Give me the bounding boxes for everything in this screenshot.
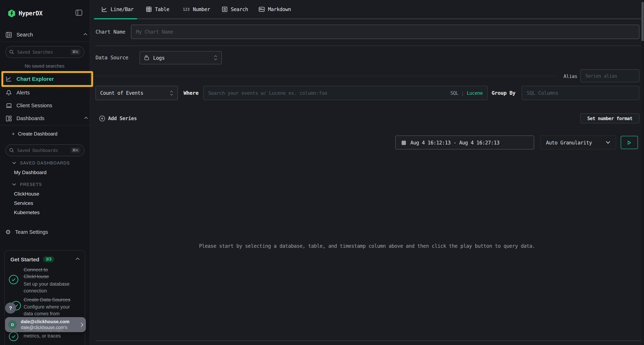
sidebar-search-label: Search bbox=[16, 32, 33, 37]
hyperdx-logo-icon bbox=[8, 9, 16, 17]
divider bbox=[0, 41, 90, 42]
search-icon bbox=[9, 50, 14, 54]
select-chevrons-icon bbox=[170, 90, 173, 96]
sql-toggle[interactable]: SQL bbox=[450, 90, 458, 96]
aggregation-value: Count of Events bbox=[100, 90, 143, 96]
user-menu[interactable]: D dale@clickhouse.com dale@clickhouse.co… bbox=[5, 317, 86, 332]
client-sessions-label: Client Sessions bbox=[16, 103, 52, 108]
sidebar-section-search[interactable]: Search bbox=[6, 31, 33, 38]
bell-icon bbox=[6, 89, 12, 96]
alias-input[interactable] bbox=[580, 69, 639, 82]
where-label: Where bbox=[184, 90, 198, 96]
get-started-title: Get Started bbox=[10, 256, 39, 262]
add-series-button[interactable]: Add Series bbox=[99, 115, 137, 122]
calendar-icon bbox=[402, 140, 406, 145]
collapse-sidebar-icon[interactable] bbox=[76, 10, 82, 16]
sidebar-item-clickhouse[interactable]: ClickHouse bbox=[14, 191, 39, 197]
chevron-right-icon bbox=[80, 323, 83, 327]
get-started-item-title: Create Data Sources bbox=[24, 296, 84, 303]
lucene-toggle[interactable]: Lucene bbox=[467, 90, 483, 96]
plus-icon: + bbox=[12, 131, 15, 137]
alerts-label: Alerts bbox=[16, 90, 30, 95]
chevron-down-icon bbox=[606, 141, 610, 144]
chevron-down-icon bbox=[12, 162, 16, 164]
tab-number[interactable]: 123 Number bbox=[183, 6, 210, 12]
saved-dashboards-section[interactable]: SAVED DASHBOARDS bbox=[12, 160, 70, 166]
create-dashboard-label: Create Dashboard bbox=[18, 131, 58, 136]
dashboards-icon bbox=[6, 115, 12, 121]
active-tab-indicator bbox=[94, 18, 137, 19]
scrollbar-thumb[interactable] bbox=[642, 2, 644, 41]
run-query-play-button[interactable] bbox=[621, 136, 638, 149]
main-area: Line/Bar Table 123 Number S bbox=[90, 0, 644, 345]
dashboards-label: Dashboards bbox=[16, 115, 44, 121]
chart-name-label: Chart Name bbox=[96, 29, 126, 35]
group-by-label: Group By bbox=[492, 90, 516, 96]
tab-line-bar[interactable]: Line/Bar bbox=[102, 6, 134, 12]
sidebar-item-kubernetes[interactable]: Kubernetes bbox=[14, 210, 40, 215]
set-number-format-button[interactable]: Set number format bbox=[580, 113, 639, 123]
help-button[interactable]: ? bbox=[5, 303, 16, 314]
empty-state-message: Please start by selecting a database, ta… bbox=[90, 243, 644, 249]
saved-searches-input[interactable]: Saved Searches ⌘K bbox=[5, 46, 84, 58]
tab-markdown[interactable]: Markdown bbox=[259, 6, 291, 12]
scrollbar-track[interactable] bbox=[641, 0, 644, 345]
sidebar-item-services[interactable]: Services bbox=[14, 200, 33, 206]
query-language-toggle[interactable]: SQL | Lucene bbox=[450, 86, 483, 100]
granularity-select[interactable]: Auto Granularity bbox=[540, 135, 616, 149]
team-settings-label: Team Settings bbox=[15, 229, 48, 235]
create-dashboard-button[interactable]: + Create Dashboard bbox=[12, 130, 58, 137]
check-circle-icon bbox=[8, 332, 18, 343]
sidebar-item-team-settings[interactable]: ⚙ Team Settings bbox=[5, 228, 48, 236]
time-range-picker[interactable]: Aug 4 16:12:13 - Aug 4 16:27:13 bbox=[395, 135, 534, 149]
table-icon bbox=[146, 6, 152, 12]
saved-dashboards-input[interactable]: Saved Dashboards ⌘K bbox=[5, 144, 84, 156]
chevron-up-icon[interactable] bbox=[76, 257, 80, 260]
tabbar-underline bbox=[94, 18, 644, 19]
sidebar: HyperDX Search bbox=[0, 0, 90, 345]
logs-source-icon bbox=[144, 55, 150, 60]
sidebar-item-my-dashboard[interactable]: My Dashboard bbox=[14, 169, 46, 175]
chevron-up-icon[interactable] bbox=[83, 33, 87, 36]
chevron-up-icon[interactable] bbox=[84, 117, 88, 119]
chart-explorer-label: Chart Explorer bbox=[16, 76, 54, 82]
group-by-input[interactable] bbox=[522, 86, 639, 100]
get-started-item-desc: Configure where your data comes from bbox=[24, 304, 80, 317]
sidebar-item-chart-explorer[interactable]: Chart Explorer bbox=[6, 75, 54, 82]
saved-searches-placeholder: Saved Searches bbox=[17, 49, 70, 55]
get-started-item-desc: Set up your database connection bbox=[24, 281, 78, 294]
check-circle-icon bbox=[8, 275, 18, 286]
user-subtitle: dale@clickhouse.com's bbox=[21, 325, 68, 330]
laptop-icon bbox=[6, 102, 12, 108]
sidebar-item-client-sessions[interactable]: Client Sessions bbox=[6, 102, 52, 109]
sidebar-item-alerts[interactable]: Alerts bbox=[6, 89, 30, 96]
alias-label: Alias bbox=[564, 73, 577, 79]
sidebar-item-dashboards[interactable]: Dashboards bbox=[6, 115, 44, 122]
data-source-value: Logs bbox=[153, 55, 164, 61]
aggregation-select[interactable]: Count of Events bbox=[96, 86, 178, 100]
play-icon bbox=[628, 140, 631, 145]
divider bbox=[96, 340, 642, 341]
where-input[interactable] bbox=[203, 86, 488, 100]
tab-table[interactable]: Table bbox=[146, 6, 169, 12]
divider bbox=[96, 76, 557, 76]
presets-heading: PRESETS bbox=[20, 182, 42, 187]
presets-section[interactable]: PRESETS bbox=[12, 182, 42, 187]
tab-label: Table bbox=[155, 6, 169, 12]
divider bbox=[0, 125, 90, 125]
chevron-down-icon bbox=[12, 183, 16, 186]
search-list-icon bbox=[222, 6, 228, 12]
chart-name-input[interactable] bbox=[131, 25, 639, 39]
avatar: D bbox=[8, 320, 17, 329]
tab-label: Markdown bbox=[268, 6, 291, 12]
tab-search[interactable]: Search bbox=[222, 6, 248, 12]
tab-label: Number bbox=[193, 6, 210, 12]
number-123-icon: 123 bbox=[183, 7, 190, 11]
user-email: dale@clickhouse.com bbox=[21, 319, 70, 324]
toggle-divider: | bbox=[461, 90, 464, 96]
markdown-icon bbox=[259, 7, 265, 12]
logo[interactable]: HyperDX bbox=[8, 8, 42, 18]
time-range-value: Aug 4 16:12:13 - Aug 4 16:27:13 bbox=[410, 140, 500, 145]
data-source-select[interactable]: Logs bbox=[140, 51, 222, 64]
data-source-label: Data Source bbox=[96, 55, 128, 60]
